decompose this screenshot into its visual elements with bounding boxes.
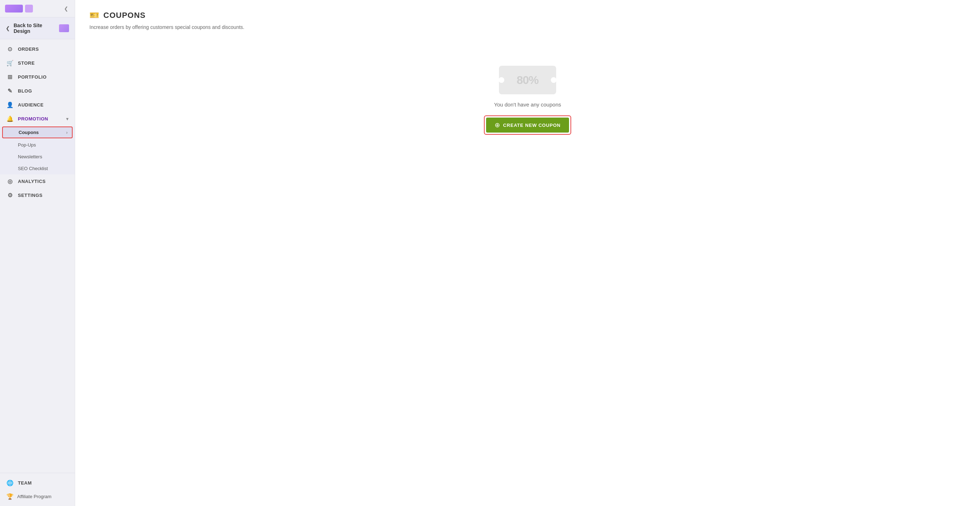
orders-label: ORDERS — [18, 46, 39, 52]
affiliate-icon: 🏆 — [6, 493, 14, 500]
sidebar-logo — [5, 5, 33, 13]
portfolio-label: PORTFOLIO — [18, 75, 46, 80]
plus-icon: ⊕ — [495, 122, 500, 128]
newsletters-label: Newsletters — [18, 154, 42, 159]
sidebar-item-affiliate[interactable]: 🏆 Affiliate Program — [0, 490, 75, 503]
promotion-label: PROMOTION — [18, 116, 48, 122]
promotion-submenu: Coupons › Pop-Ups Newsletters SEO Checkl… — [0, 127, 75, 174]
sidebar-item-orders[interactable]: ⊙ ORDERS — [0, 42, 75, 56]
sidebar-item-newsletters[interactable]: Newsletters — [0, 151, 75, 163]
sidebar-item-audience[interactable]: 👤 AUDIENCE — [0, 98, 75, 112]
analytics-label: ANALYTICS — [18, 179, 46, 184]
team-label: TEAM — [18, 480, 32, 485]
sidebar-collapse-button[interactable]: ❮ — [63, 4, 70, 13]
back-arrow-icon: ❮ — [6, 25, 10, 31]
page-title: COUPONS — [103, 11, 146, 20]
audience-label: AUDIENCE — [18, 102, 44, 108]
sidebar: ❮ ❮ Back to Site Design ⊙ ORDERS 🛒 STORE… — [0, 0, 75, 506]
blog-label: BLOG — [18, 88, 32, 94]
sidebar-item-promotion[interactable]: 🔔 PROMOTION ▾ — [0, 112, 75, 126]
blog-icon: ✎ — [6, 87, 14, 94]
coupon-illustration: 80% — [499, 66, 556, 94]
store-icon: 🛒 — [6, 60, 14, 67]
portfolio-icon: ⊞ — [6, 74, 14, 80]
create-coupon-label: CREATE NEW COUPON — [503, 122, 561, 128]
audience-icon: 👤 — [6, 102, 14, 108]
coupons-chevron-icon: › — [66, 130, 68, 135]
back-to-site-label: Back to Site Design — [14, 22, 56, 34]
page-subtitle: Increase orders by offering customers sp… — [89, 24, 966, 30]
settings-label: SETTINGS — [18, 193, 43, 198]
coupon-ticket: 80% — [499, 66, 556, 94]
create-new-coupon-button[interactable]: ⊕ CREATE NEW COUPON — [486, 117, 570, 133]
sidebar-bottom: 🌐 TEAM 🏆 Affiliate Program — [0, 473, 75, 506]
coupons-label: Coupons — [19, 130, 39, 135]
sidebar-item-store[interactable]: 🛒 STORE — [0, 56, 75, 70]
sidebar-item-seo-checklist[interactable]: SEO Checklist — [0, 163, 75, 174]
orders-icon: ⊙ — [6, 46, 14, 52]
page-header: 🎫 COUPONS — [89, 11, 966, 20]
promotion-chevron-icon: ▾ — [66, 116, 69, 122]
store-label: STORE — [18, 60, 35, 66]
coupons-page-icon: 🎫 — [89, 11, 99, 20]
sidebar-item-settings[interactable]: ⚙ SETTINGS — [0, 188, 75, 202]
seo-checklist-label: SEO Checklist — [18, 166, 48, 171]
settings-icon: ⚙ — [6, 192, 14, 199]
main-nav: ⊙ ORDERS 🛒 STORE ⊞ PORTFOLIO ✎ BLOG 👤 AU… — [0, 39, 75, 205]
popups-label: Pop-Ups — [18, 142, 36, 148]
site-design-icon — [59, 24, 69, 32]
main-content: 🎫 COUPONS Increase orders by offering cu… — [75, 0, 980, 506]
promotion-icon: 🔔 — [6, 116, 14, 122]
sidebar-item-team[interactable]: 🌐 TEAM — [0, 476, 75, 490]
sidebar-item-popups[interactable]: Pop-Ups — [0, 139, 75, 151]
coupon-percent-label: 80% — [517, 74, 538, 87]
logo-icon — [25, 5, 33, 13]
affiliate-label: Affiliate Program — [17, 494, 51, 499]
analytics-icon: ◎ — [6, 178, 14, 185]
create-coupon-btn-wrapper: ⊕ CREATE NEW COUPON — [484, 116, 571, 135]
sidebar-item-analytics[interactable]: ◎ ANALYTICS — [0, 174, 75, 188]
sidebar-item-portfolio[interactable]: ⊞ PORTFOLIO — [0, 70, 75, 84]
empty-state-text: You don't have any coupons — [494, 102, 561, 108]
team-icon: 🌐 — [6, 479, 14, 486]
logo-block — [5, 5, 23, 13]
sidebar-item-blog[interactable]: ✎ BLOG — [0, 84, 75, 98]
sidebar-header: ❮ — [0, 0, 75, 17]
empty-state: 80% You don't have any coupons ⊕ CREATE … — [89, 51, 966, 149]
sidebar-item-coupons[interactable]: Coupons › — [2, 127, 73, 138]
back-to-site-button[interactable]: ❮ Back to Site Design — [0, 17, 75, 39]
